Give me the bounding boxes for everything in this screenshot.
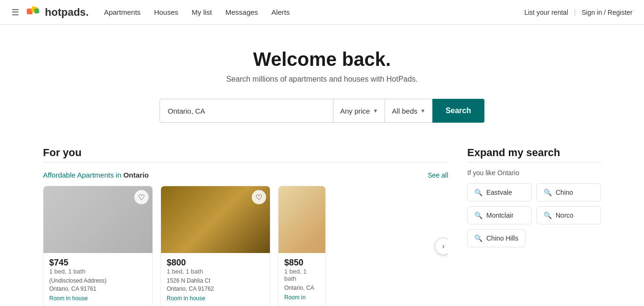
listing-image: ♡	[43, 186, 152, 253]
listing-type: Room in house	[167, 295, 264, 302]
listing-beds: 1 bed, 1 bath	[284, 268, 320, 282]
nav-links: Apartments Houses My list Messages Alert…	[104, 8, 290, 16]
nav-divider: |	[574, 8, 576, 17]
price-chevron-icon: ▼	[373, 108, 378, 114]
logo-icon	[25, 4, 42, 21]
search-icon: 🔍	[474, 189, 483, 196]
menu-icon[interactable]: ☰	[11, 7, 19, 18]
subsection-header: Affordable Apartments in Ontario See all	[43, 171, 448, 179]
listing-info: $850 1 bed, 1 bath Ontario, CA Room in	[279, 253, 325, 306]
hero-title: Welcome back.	[10, 49, 634, 70]
listing-beds: 1 bed, 1 bath	[49, 268, 147, 275]
chip-label: Montclair	[486, 211, 514, 219]
expand-divider	[467, 162, 601, 162]
listing-info: $800 1 bed, 1 bath 1526 N Dahlia Ct Onta…	[161, 253, 270, 306]
sign-in-link[interactable]: Sign in / Register	[581, 9, 633, 16]
nav-apartments[interactable]: Apartments	[104, 8, 141, 16]
chip-label: Eastvale	[486, 189, 512, 196]
expand-subtitle: If you like Ontario	[467, 169, 601, 177]
favorite-button[interactable]: ♡	[134, 190, 149, 204]
beds-dropdown[interactable]: All beds ▼	[385, 99, 432, 123]
expand-chip-chino-hills[interactable]: 🔍 Chino Hills	[467, 229, 526, 247]
nav-houses[interactable]: Houses	[154, 8, 178, 16]
chip-label: Norco	[556, 211, 573, 219]
expand-section: Expand my search If you like Ontario 🔍 E…	[467, 147, 601, 306]
expand-title: Expand my search	[467, 147, 601, 159]
beds-chevron-icon: ▼	[420, 108, 426, 114]
listing-address: Ontario, CA	[284, 284, 320, 292]
navbar: ☰ hotpads. Apartments Houses My list Mes…	[0, 0, 644, 25]
listing-price: $745	[49, 258, 147, 268]
svg-rect-2	[34, 8, 40, 14]
search-icon: 🔍	[474, 211, 483, 219]
logo[interactable]: hotpads.	[25, 4, 89, 21]
listing-beds: 1 bed, 1 bath	[167, 268, 264, 275]
nav-mylist[interactable]: My list	[192, 8, 212, 16]
nav-alerts[interactable]: Alerts	[271, 8, 290, 16]
hero: Welcome back. Search millions of apartme…	[0, 25, 644, 137]
listing-price: $800	[167, 258, 264, 268]
for-you-divider	[43, 162, 448, 162]
listing-image: ♡	[279, 186, 326, 253]
beds-label: All beds	[392, 107, 417, 115]
listing-type: Room in house	[49, 295, 147, 302]
logo-text: hotpads.	[45, 6, 89, 19]
listing-image: ♡	[161, 186, 270, 253]
listing-type: Room in	[284, 294, 320, 301]
chip-label: Chino	[556, 189, 573, 196]
listing-card[interactable]: ♡ $800 1 bed, 1 bath 1526 N Dahlia Ct On…	[161, 186, 270, 306]
expand-chip-montclair[interactable]: 🔍 Montclair	[467, 206, 532, 224]
search-bar: Any price ▼ All beds ▼ Search	[160, 99, 484, 123]
nav-messages[interactable]: Messages	[225, 8, 258, 16]
favorite-button[interactable]: ♡	[252, 190, 266, 204]
chip-label: Chino Hills	[486, 234, 518, 242]
listings-row: ♡ $745 1 bed, 1 bath (Undisclosed Addres…	[43, 186, 448, 306]
search-location-input[interactable]	[160, 99, 333, 123]
listing-card[interactable]: ♡ $745 1 bed, 1 bath (Undisclosed Addres…	[43, 186, 153, 306]
search-icon: 🔍	[544, 189, 552, 196]
hero-subtitle: Search millions of apartments and houses…	[10, 75, 634, 84]
listings-container: ♡ $745 1 bed, 1 bath (Undisclosed Addres…	[43, 186, 448, 306]
listing-card[interactable]: ♡ $850 1 bed, 1 bath Ontario, CA Room in	[278, 186, 326, 306]
search-icon: 🔍	[474, 234, 483, 242]
price-label: Any price	[340, 107, 370, 115]
subsection-title-link[interactable]: Affordable Apartments in Ontario	[43, 171, 149, 179]
carousel-next-button[interactable]: ›	[435, 238, 448, 255]
search-icon: 🔍	[544, 211, 552, 219]
for-you-title: For you	[43, 147, 448, 159]
nav-right: List your rental | Sign in / Register	[524, 8, 633, 17]
search-button[interactable]: Search	[432, 99, 484, 123]
listing-info: $745 1 bed, 1 bath (Undisclosed Address)…	[43, 253, 152, 306]
expand-chips-grid: 🔍 Eastvale 🔍 Chino 🔍 Montclair 🔍 Norco 🔍…	[467, 183, 601, 247]
list-rental-link[interactable]: List your rental	[524, 9, 568, 16]
expand-chip-norco[interactable]: 🔍 Norco	[537, 206, 601, 224]
main-content: For you Affordable Apartments in Ontario…	[0, 137, 644, 306]
expand-chip-eastvale[interactable]: 🔍 Eastvale	[467, 183, 532, 201]
price-dropdown[interactable]: Any price ▼	[333, 99, 385, 123]
for-you-section: For you Affordable Apartments in Ontario…	[43, 147, 448, 306]
listing-price: $850	[284, 258, 320, 268]
see-all-link[interactable]: See all	[428, 171, 448, 179]
listing-address: 1526 N Dahlia Ct Ontario, CA 91762	[167, 277, 264, 293]
expand-chip-chino[interactable]: 🔍 Chino	[537, 183, 601, 201]
listing-address: (Undisclosed Address) Ontario, CA 91761	[49, 277, 147, 293]
subsection-title: Affordable Apartments in Ontario	[43, 171, 149, 179]
